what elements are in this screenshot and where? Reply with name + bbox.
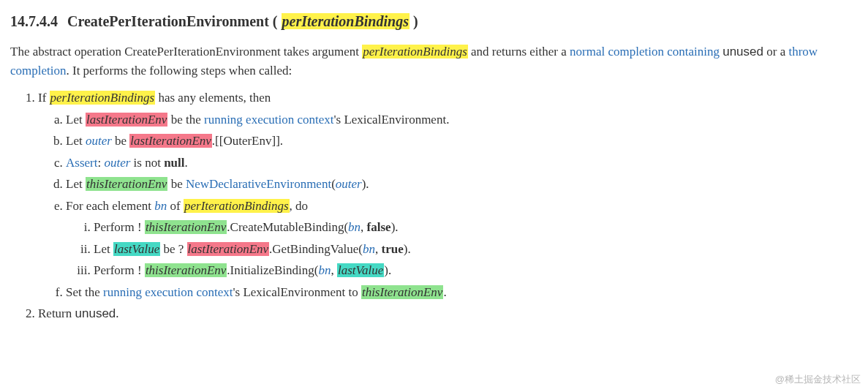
heading-param: perIterationBindings (282, 13, 410, 29)
step1e-pib: perIterationBindings (184, 199, 290, 213)
step-1f: Set the running execution context's Lexi… (66, 283, 858, 302)
step1f-pre: Set the (66, 285, 103, 299)
step1eii-method: .GetBindingValue( (269, 242, 363, 256)
step1c-null: null (164, 156, 184, 170)
newdeclarativeenvironment-link[interactable]: NewDeclarativeEnvironment (186, 177, 331, 191)
step-1e-ii: Let lastValue be ? lastIterationEnv.GetB… (94, 240, 858, 259)
step1eii-true: true (382, 242, 404, 256)
step1c-dot: . (185, 156, 188, 170)
step1f-mid: 's LexicalEnvironment to (233, 285, 361, 299)
step1e-mid: of (167, 199, 184, 213)
section-heading: 14.7.4.4 CreatePerIterationEnvironment p… (10, 10, 858, 32)
intro-t2: and returns either a (468, 45, 570, 59)
step1eiii-method: .InitializeBinding( (227, 263, 318, 277)
step1-post: has any elements, then (155, 91, 271, 105)
step2-dot: . (116, 306, 118, 320)
step1a-var: lastIterationEnv (86, 113, 167, 127)
step1eiii-thisenv: thisIterationEnv (145, 263, 227, 277)
step1ei-pre: Perform ! (94, 220, 145, 234)
step-1a: Let lastIterationEnv be the running exec… (66, 110, 858, 129)
step-1b: Let outer be lastIterationEnv.[[OuterEnv… (66, 132, 858, 151)
step2-unused: unused (75, 306, 116, 320)
step1eii-comma: , (375, 242, 382, 256)
step1e-bn: bn (154, 199, 167, 213)
step1e-post: , do (290, 199, 309, 213)
step1ei-comma: , (361, 220, 367, 234)
step1b-outer: outer (86, 134, 112, 148)
normal-completion-link[interactable]: normal completion containing (570, 45, 720, 59)
step1eii-mid: be ? (160, 242, 186, 256)
step1eii-close: ). (404, 242, 411, 256)
intro-param: perIterationBindings (362, 45, 468, 59)
running-execution-context-link[interactable]: running execution context (204, 113, 334, 127)
step1b-pre: Let (66, 134, 86, 148)
step1b-lastenv: lastIterationEnv (129, 134, 211, 148)
step1eiii-bn: bn (318, 263, 331, 277)
step-2: Return unused. (38, 304, 858, 323)
step1-var: perIterationBindings (50, 91, 156, 105)
step1e-pre: For each element (66, 199, 154, 213)
intro-t3: or a (763, 45, 788, 59)
intro-t4: . It performs the following steps when c… (66, 64, 292, 78)
step1d-pre: Let (66, 177, 86, 191)
algorithm-steps: If perIterationBindings has any elements… (10, 88, 858, 323)
step-1e-i: Perform ! thisIterationEnv.CreateMutable… (94, 218, 858, 237)
step1d-outer: outer (336, 177, 362, 191)
step1ei-thisenv: thisIterationEnv (145, 220, 227, 234)
step1b-mid: be (112, 134, 130, 148)
step1ei-method: .CreateMutableBinding( (227, 220, 348, 234)
step1eiii-lastvalue: lastValue (337, 263, 384, 277)
assert-link[interactable]: Assert (66, 156, 97, 170)
step1a-mid: be the (167, 113, 204, 127)
intro-paragraph: The abstract operation CreatePerIteratio… (10, 42, 858, 80)
step1e-substeps: Perform ! thisIterationEnv.CreateMutable… (66, 218, 858, 280)
step1f-thisenv: thisIterationEnv (361, 285, 443, 299)
step1-substeps: Let lastIterationEnv be the running exec… (38, 110, 858, 302)
step-1e: For each element bn of perIterationBindi… (66, 197, 858, 280)
step1eiii-close: ). (384, 263, 391, 277)
step1a-post: 's LexicalEnvironment. (333, 113, 449, 127)
step-1d: Let thisIterationEnv be NewDeclarativeEn… (66, 175, 858, 194)
step1eii-bn: bn (363, 242, 375, 256)
step-1c: Assert: outer is not null. (66, 154, 858, 173)
step1a-pre: Let (66, 113, 86, 127)
step1d-close: ). (362, 177, 369, 191)
operation-name: CreatePerIterationEnvironment (67, 13, 269, 29)
step-1: If perIterationBindings has any elements… (38, 88, 858, 301)
step1c-outer: outer (104, 156, 130, 170)
intro-unused: unused (722, 45, 763, 59)
running-execution-context-link-2[interactable]: running execution context (103, 285, 233, 299)
step1d-thisenv: thisIterationEnv (86, 177, 167, 191)
step1eii-lastvalue: lastValue (113, 242, 160, 256)
step1eiii-comma: , (331, 263, 337, 277)
step1b-post: .[[OuterEnv]]. (212, 134, 283, 148)
step1c-mid: is not (130, 156, 164, 170)
step1eii-pre: Let (94, 242, 113, 256)
step1ei-bn: bn (348, 220, 361, 234)
step1f-dot: . (443, 285, 446, 299)
step1ei-false: false (367, 220, 391, 234)
step1d-mid: be (167, 177, 186, 191)
step1eii-lastenv: lastIterationEnv (187, 242, 269, 256)
intro-t1: The abstract operation CreatePerIteratio… (10, 45, 362, 59)
heading-params: perIterationBindings (273, 13, 418, 29)
step1eiii-pre: Perform ! (94, 263, 145, 277)
step1-pre: If (38, 91, 50, 105)
step2-pre: Return (38, 306, 75, 320)
section-number: 14.7.4.4 (10, 13, 58, 29)
step1ei-close: ). (391, 220, 399, 234)
step-1e-iii: Perform ! thisIterationEnv.InitializeBin… (94, 261, 858, 280)
